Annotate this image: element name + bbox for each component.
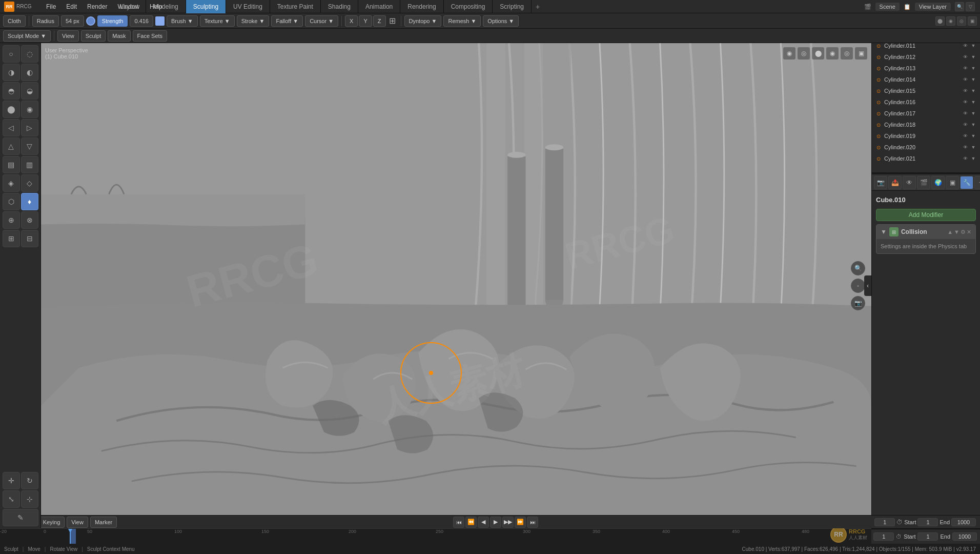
multiplane-scrape-btn[interactable]: ▥ xyxy=(21,156,38,173)
xray-toggle[interactable]: ◎ xyxy=(798,47,810,60)
timeline-track[interactable]: -20 0 50 100 150 200 250 300 350 400 450… xyxy=(0,528,871,544)
menu-edit[interactable]: Edit xyxy=(61,0,82,13)
prop-tab-modifier[interactable]: 🔧 xyxy=(960,176,973,189)
inflate-btn[interactable]: ⬤ xyxy=(3,101,20,118)
crease-btn[interactable]: ◁ xyxy=(3,119,20,136)
sculpt-menu-btn[interactable]: Sculpt xyxy=(81,30,106,42)
scrape-btn[interactable]: ▤ xyxy=(3,156,20,173)
nav-zoom-out[interactable]: - xyxy=(851,279,865,293)
modifier-delete-icon[interactable]: ✕ xyxy=(967,229,971,235)
current-frame-input[interactable] xyxy=(873,532,894,541)
sculpt-mode-selector[interactable]: Sculpt Mode ▼ xyxy=(3,30,51,42)
vis-eye-7[interactable]: 👁 xyxy=(962,110,969,117)
vis-eye-4[interactable]: 👁 xyxy=(962,76,969,83)
radius-value[interactable]: 54 px xyxy=(61,15,84,27)
view-menu-btn[interactable]: View xyxy=(57,30,79,42)
prop-tab-output[interactable]: 📤 xyxy=(888,176,902,189)
nav-zoom-in[interactable]: 🔍 xyxy=(851,261,865,275)
outliner-item-4[interactable]: ⊙ Cylinder.014 👁 ▼ xyxy=(872,74,980,85)
filter-icon[interactable]: ▽ xyxy=(966,2,975,11)
boundary-btn[interactable]: ⊕ xyxy=(3,211,20,229)
vis-render-4[interactable]: ▼ xyxy=(970,76,977,83)
outliner-item-9[interactable]: ⊙ Cylinder.019 👁 ▼ xyxy=(872,130,980,142)
strength-btn[interactable]: Strength xyxy=(97,15,128,27)
vis-render-5[interactable]: ▼ xyxy=(970,87,977,94)
blob-btn[interactable]: ◉ xyxy=(21,101,38,118)
menu-render[interactable]: Render xyxy=(82,0,112,13)
prop-tab-object[interactable]: ▣ xyxy=(946,176,959,189)
cursor-btn[interactable]: Cursor ▼ xyxy=(305,15,338,27)
rotate-btn[interactable]: ↻ xyxy=(21,472,38,489)
scene-selector[interactable]: Scene xyxy=(875,3,900,11)
vis-render-10[interactable]: ▼ xyxy=(970,144,977,151)
tl-back-frame[interactable]: ◀ xyxy=(478,517,489,528)
clay-thumb-btn[interactable]: ◓ xyxy=(3,82,20,100)
overlay-toggle[interactable]: ◉ xyxy=(783,47,795,60)
vis-render-11[interactable]: ▼ xyxy=(970,155,977,162)
layer-btn[interactable]: ◒ xyxy=(21,82,38,100)
tab-sculpting[interactable]: Sculpting xyxy=(186,0,226,13)
prop-tab-render[interactable]: 📷 xyxy=(874,176,887,189)
tab-compositing[interactable]: Compositing xyxy=(444,0,493,13)
mask-menu-btn[interactable]: Mask xyxy=(108,30,130,42)
collapse-arrow[interactable]: ▼ xyxy=(881,228,887,235)
vis-render-1[interactable]: ▼ xyxy=(970,42,977,49)
tab-texture-paint[interactable]: Texture Paint xyxy=(270,0,321,13)
dyntopo-btn[interactable]: Dyntopo ▼ xyxy=(404,15,442,27)
vis-eye-9[interactable]: 👁 xyxy=(962,132,969,140)
outliner-item-8[interactable]: ⊙ Cylinder.018 👁 ▼ xyxy=(872,119,980,130)
timeline-marker-btn[interactable]: Marker xyxy=(90,517,117,528)
move-btn[interactable]: ✛ xyxy=(3,472,20,489)
brush-btn[interactable]: Brush ▼ xyxy=(167,15,198,27)
transform-btn[interactable]: ⊹ xyxy=(21,490,38,508)
tl-end-frame[interactable] xyxy=(951,518,976,526)
prop-tab-view[interactable]: 👁 xyxy=(903,176,916,189)
vis-eye-11[interactable]: 👁 xyxy=(962,155,969,162)
vis-eye-3[interactable]: 👁 xyxy=(962,65,969,72)
tl-jump-start[interactable]: ⏮ xyxy=(453,517,464,528)
simplify-btn[interactable]: ⊗ xyxy=(21,211,38,229)
outliner-item-2[interactable]: ⊙ Cylinder.012 👁 ▼ xyxy=(872,51,980,63)
tl-forward-frame[interactable]: ▶▶ xyxy=(502,517,514,528)
add-workspace-tab[interactable]: + xyxy=(532,0,544,13)
main-viewport[interactable]: RRCG 人人素材 RRCG User Perspective (1) Cube… xyxy=(41,43,871,528)
outliner-item-6[interactable]: ⊙ Cylinder.016 👁 ▼ xyxy=(872,96,980,108)
grab-btn[interactable]: ◇ xyxy=(21,174,38,192)
vis-eye-8[interactable]: 👁 xyxy=(962,121,969,128)
prop-tab-world[interactable]: 🌍 xyxy=(931,176,945,189)
flatten-btn[interactable]: △ xyxy=(3,137,20,155)
options-btn[interactable]: Options ▼ xyxy=(483,15,519,27)
tl-prev-key[interactable]: ⏪ xyxy=(465,517,477,528)
shading-rendered[interactable]: ◎ xyxy=(841,47,853,60)
modifier-settings-icon[interactable]: ⚙ xyxy=(961,229,966,235)
nav-camera[interactable]: 📷 xyxy=(851,296,865,310)
start-frame-input[interactable] xyxy=(917,532,938,541)
strength-value[interactable]: 0.416 xyxy=(130,15,153,27)
tab-layout[interactable]: Layout xyxy=(113,0,146,13)
timeline-view-btn[interactable]: View xyxy=(67,517,88,528)
modifier-up-arrow[interactable]: ▲ xyxy=(947,229,953,235)
vis-render-6[interactable]: ▼ xyxy=(970,98,977,106)
texture-btn[interactable]: Texture ▼ xyxy=(200,15,235,27)
tl-next-key[interactable]: ⏩ xyxy=(515,517,526,528)
box-mask-btn[interactable]: ⊟ xyxy=(21,230,38,247)
outliner-item-7[interactable]: ⊙ Cylinder.017 👁 ▼ xyxy=(872,108,980,119)
prop-tab-scene[interactable]: 🎬 xyxy=(917,176,930,189)
tab-animation[interactable]: Animation xyxy=(358,0,400,13)
pinch-btn[interactable]: ◈ xyxy=(3,174,20,192)
outliner-item-10[interactable]: ⊙ Cylinder.020 👁 ▼ xyxy=(872,142,980,153)
search-icon[interactable]: 🔍 xyxy=(955,2,964,11)
tab-shading[interactable]: Shading xyxy=(321,0,358,13)
sym-z[interactable]: Z xyxy=(373,15,386,27)
vis-render-9[interactable]: ▼ xyxy=(970,132,977,140)
sym-y[interactable]: Y xyxy=(359,15,372,27)
mask-btn[interactable]: ⊞ xyxy=(3,230,20,247)
vis-render-3[interactable]: ▼ xyxy=(970,65,977,72)
clay-strips-btn[interactable]: ◐ xyxy=(21,64,38,81)
view-rendered-btn[interactable]: ◎ xyxy=(957,16,966,26)
clay-btn[interactable]: ◑ xyxy=(3,64,20,81)
tab-uv-editing[interactable]: UV Editing xyxy=(226,0,270,13)
cloth-brush-btn[interactable]: ♦ xyxy=(21,193,38,210)
remesh-btn[interactable]: Remesh ▼ xyxy=(443,15,481,27)
modifier-down-arrow[interactable]: ▼ xyxy=(954,229,959,235)
